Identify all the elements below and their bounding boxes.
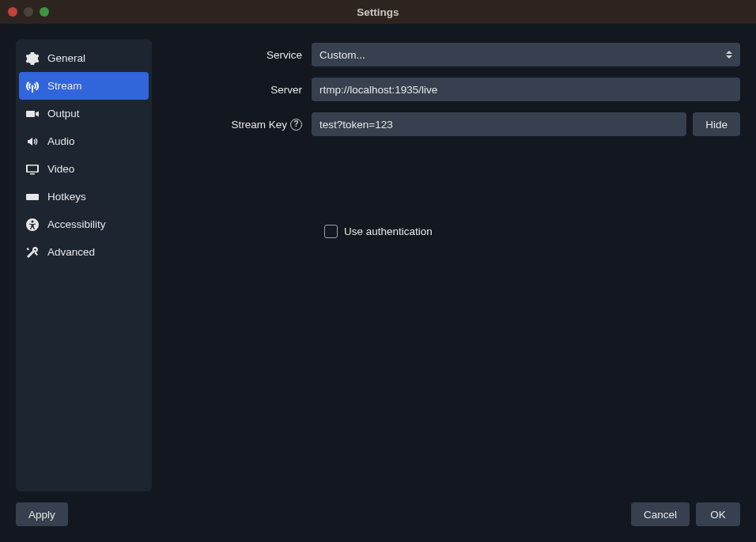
accessibility-icon: [25, 218, 40, 231]
sidebar-item-stream[interactable]: Stream: [19, 72, 149, 100]
sidebar-item-accessibility[interactable]: Accessibility: [16, 210, 152, 238]
sidebar-item-label: Audio: [47, 135, 75, 147]
stream-key-input[interactable]: [312, 112, 686, 136]
keyboard-icon: [25, 191, 40, 203]
tools-icon: [25, 246, 40, 259]
sidebar-item-hotkeys[interactable]: Hotkeys: [16, 183, 152, 210]
minimize-window-button[interactable]: [24, 7, 33, 17]
window-controls: [8, 7, 49, 17]
service-select[interactable]: Custom...: [312, 43, 740, 66]
sidebar-item-general[interactable]: General: [16, 44, 152, 72]
sidebar-item-label: Stream: [47, 80, 82, 92]
apply-button[interactable]: Apply: [16, 502, 68, 526]
sidebar-item-output[interactable]: Output: [16, 100, 152, 127]
settings-panel-stream: Service Custom... Server: [161, 40, 740, 491]
server-label: Server: [161, 84, 312, 96]
sidebar-item-audio[interactable]: Audio: [16, 127, 152, 155]
sidebar-item-label: Accessibility: [47, 218, 106, 230]
use-authentication-label: Use authentication: [344, 226, 433, 237]
server-input[interactable]: [312, 78, 740, 101]
gear-icon: [25, 52, 40, 65]
use-authentication-checkbox[interactable]: [324, 225, 338, 238]
camera-export-icon: [25, 108, 40, 120]
sidebar-item-label: Output: [47, 108, 80, 119]
sidebar-item-label: General: [47, 52, 85, 64]
service-select-value: Custom...: [319, 49, 365, 61]
cancel-button[interactable]: Cancel: [631, 502, 690, 526]
stream-key-visibility-toggle[interactable]: Hide: [693, 112, 740, 136]
sidebar-item-label: Video: [47, 163, 74, 175]
monitor-icon: [25, 163, 40, 176]
stream-key-label: Stream Key: [231, 119, 287, 131]
dialog-footer: Apply Cancel OK: [16, 491, 740, 526]
sidebar-item-video[interactable]: Video: [16, 155, 152, 183]
help-icon[interactable]: ?: [290, 119, 302, 131]
zoom-window-button[interactable]: [40, 7, 49, 17]
antenna-icon: [25, 80, 40, 93]
window-title: Settings: [0, 6, 756, 18]
ok-button[interactable]: OK: [696, 502, 740, 526]
service-label: Service: [161, 49, 312, 61]
close-window-button[interactable]: [8, 7, 17, 17]
titlebar: Settings: [0, 0, 756, 24]
sidebar-item-label: Advanced: [47, 246, 95, 258]
speaker-icon: [25, 135, 40, 148]
sidebar-item-advanced[interactable]: Advanced: [16, 238, 152, 266]
settings-sidebar: General Stream Output Audio: [16, 40, 152, 491]
sidebar-item-label: Hotkeys: [47, 191, 86, 203]
select-stepper-icon: [726, 51, 732, 59]
